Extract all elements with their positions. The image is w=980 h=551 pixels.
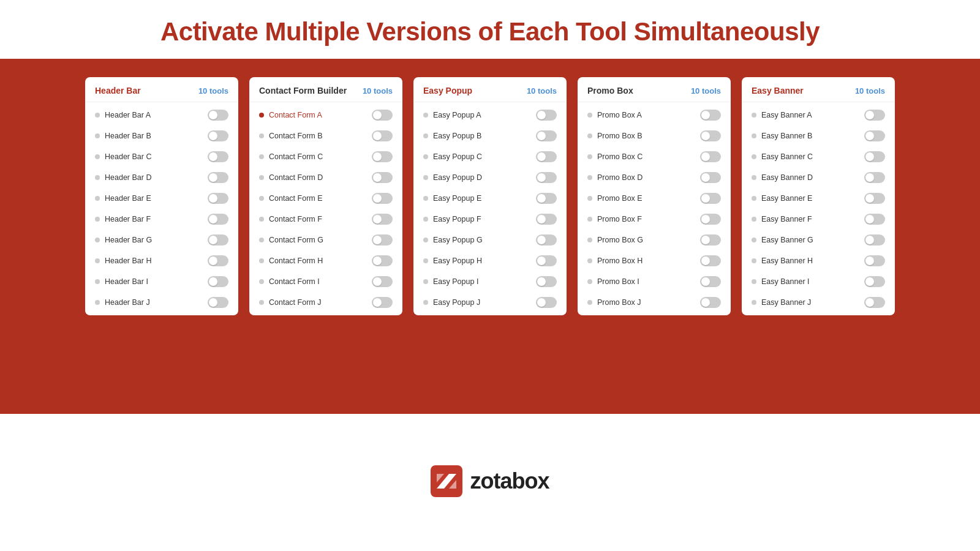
list-item: Promo Box I <box>578 271 731 292</box>
tool-name-label: Easy Banner C <box>761 152 813 161</box>
tool-name-label: Easy Popup G <box>433 236 483 244</box>
tool-label-wrap: Easy Banner I <box>752 277 810 286</box>
tool-toggle[interactable] <box>372 110 393 121</box>
status-dot <box>423 196 428 201</box>
status-dot <box>423 279 428 284</box>
list-item: Header Bar D <box>85 167 238 188</box>
card-header-header-bar: Header Bar10 tools <box>85 77 238 102</box>
tool-label-wrap: Contact Form H <box>259 257 323 265</box>
tool-label-wrap: Easy Popup F <box>423 215 481 223</box>
tool-toggle[interactable] <box>372 276 393 287</box>
tool-toggle[interactable] <box>208 151 228 162</box>
tool-toggle[interactable] <box>536 234 557 246</box>
list-item: Header Bar H <box>85 250 238 271</box>
tool-toggle[interactable] <box>208 255 228 266</box>
tool-toggle[interactable] <box>372 234 393 246</box>
tool-label-wrap: Header Bar J <box>95 298 150 307</box>
tool-toggle[interactable] <box>864 276 885 287</box>
tool-toggle[interactable] <box>864 297 885 308</box>
tool-name-label: Header Bar C <box>105 152 151 161</box>
tool-toggle[interactable] <box>536 255 557 266</box>
tool-toggle[interactable] <box>864 193 885 204</box>
tool-toggle[interactable] <box>372 214 393 225</box>
tool-toggle[interactable] <box>372 130 393 141</box>
tool-toggle[interactable] <box>864 151 885 162</box>
tool-toggle[interactable] <box>864 214 885 225</box>
tool-label-wrap: Promo Box A <box>587 111 642 119</box>
tool-card-header-bar: Header Bar10 toolsHeader Bar AHeader Bar… <box>85 77 238 315</box>
list-item: Easy Banner F <box>742 209 895 230</box>
list-item: Easy Popup A <box>413 105 567 126</box>
card-body-easy-banner: Easy Banner AEasy Banner BEasy Banner CE… <box>742 102 895 315</box>
tool-toggle[interactable] <box>700 172 721 183</box>
tool-toggle[interactable] <box>208 276 228 287</box>
tool-label-wrap: Contact Form A <box>259 111 322 119</box>
tool-name-label: Easy Banner I <box>761 277 810 286</box>
status-dot <box>752 154 756 159</box>
tool-toggle[interactable] <box>372 172 393 183</box>
tool-name-label: Promo Box J <box>597 298 641 307</box>
card-header-contact-form-builder: Contact Form Builder10 tools <box>249 77 402 102</box>
tool-label-wrap: Header Bar A <box>95 111 151 119</box>
tool-toggle[interactable] <box>700 130 721 141</box>
tool-label-wrap: Header Bar C <box>95 152 151 161</box>
list-item: Header Bar B <box>85 126 238 146</box>
tool-name-label: Promo Box C <box>597 152 643 161</box>
list-item: Header Bar I <box>85 271 238 292</box>
tool-toggle[interactable] <box>864 255 885 266</box>
status-dot <box>587 113 592 118</box>
tool-toggle[interactable] <box>700 110 721 121</box>
tool-toggle[interactable] <box>208 214 228 225</box>
tool-toggle[interactable] <box>208 130 228 141</box>
tool-toggle[interactable] <box>372 255 393 266</box>
tool-name-label: Header Bar E <box>105 194 151 203</box>
tool-toggle[interactable] <box>208 172 228 183</box>
status-dot <box>95 300 100 305</box>
tool-toggle[interactable] <box>536 130 557 141</box>
tool-toggle[interactable] <box>700 214 721 225</box>
list-item: Contact Form C <box>249 146 402 167</box>
tool-toggle[interactable] <box>700 193 721 204</box>
tool-label-wrap: Promo Box B <box>587 132 643 140</box>
status-dot <box>259 217 264 222</box>
tool-toggle[interactable] <box>864 110 885 121</box>
bottom-section: zotabox <box>0 414 980 549</box>
tool-toggle[interactable] <box>536 276 557 287</box>
tool-toggle[interactable] <box>700 234 721 246</box>
tool-label-wrap: Easy Banner E <box>752 194 812 203</box>
card-header-promo-box: Promo Box10 tools <box>578 77 731 102</box>
tool-toggle[interactable] <box>536 297 557 308</box>
tool-toggle[interactable] <box>700 276 721 287</box>
tool-toggle[interactable] <box>372 193 393 204</box>
tool-toggle[interactable] <box>700 255 721 266</box>
list-item: Easy Popup J <box>413 292 567 313</box>
list-item: Header Bar C <box>85 146 238 167</box>
tool-toggle[interactable] <box>208 193 228 204</box>
status-dot <box>95 113 100 118</box>
tool-toggle[interactable] <box>536 110 557 121</box>
tool-name-label: Promo Box H <box>597 257 643 265</box>
tool-toggle[interactable] <box>372 151 393 162</box>
card-title-contact-form-builder: Contact Form Builder <box>259 86 347 96</box>
tool-toggle[interactable] <box>372 297 393 308</box>
tool-toggle[interactable] <box>864 130 885 141</box>
tool-toggle[interactable] <box>208 110 228 121</box>
tool-toggle[interactable] <box>208 297 228 308</box>
tool-toggle[interactable] <box>864 172 885 183</box>
list-item: Easy Banner I <box>742 271 895 292</box>
status-dot <box>259 300 264 305</box>
tool-label-wrap: Header Bar F <box>95 215 151 223</box>
tool-name-label: Contact Form J <box>269 298 321 307</box>
tool-label-wrap: Easy Popup A <box>423 111 481 119</box>
status-dot <box>423 217 428 222</box>
tool-toggle[interactable] <box>536 193 557 204</box>
tool-toggle[interactable] <box>700 297 721 308</box>
tool-label-wrap: Header Bar G <box>95 236 152 244</box>
tool-toggle[interactable] <box>700 151 721 162</box>
tool-toggle[interactable] <box>864 234 885 246</box>
tool-toggle[interactable] <box>536 214 557 225</box>
status-dot <box>587 175 592 180</box>
tool-toggle[interactable] <box>208 234 228 246</box>
tool-toggle[interactable] <box>536 172 557 183</box>
tool-toggle[interactable] <box>536 151 557 162</box>
